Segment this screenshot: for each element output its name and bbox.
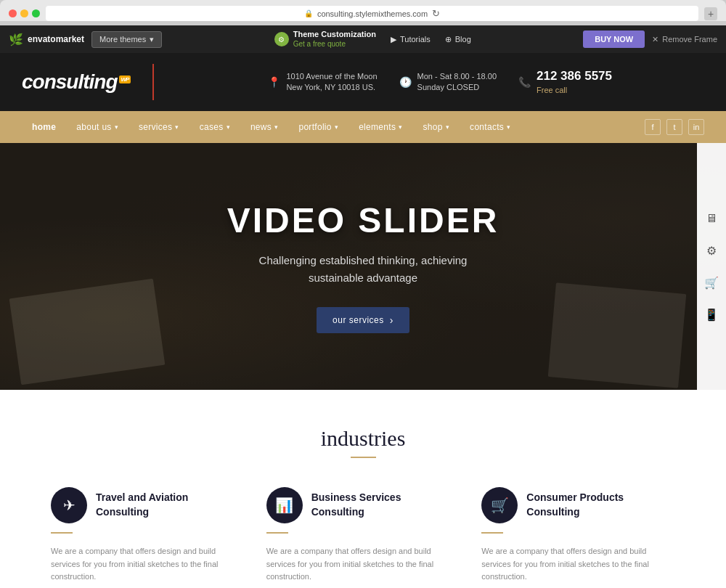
twitter-icon[interactable]: t (666, 119, 682, 135)
industry-card-consumer: 🛒 Consumer Products Consulting We are a … (481, 487, 675, 584)
url-text: consulting.stylemixthemes.com (317, 9, 428, 18)
industry-name-business: Business Services Consulting (311, 491, 401, 519)
industry-name-text: Consumer Products Consulting (526, 491, 624, 519)
remove-frame-x-icon: ✕ (652, 35, 658, 44)
hero-content: VIDEO SLIDER Challenging established thi… (227, 200, 499, 333)
address-lines: 1010 Avenue of the Moon New York, NY 100… (286, 71, 377, 94)
hours-line2: Sunday CLOSED (417, 82, 497, 93)
caret-icon: ▾ (175, 123, 179, 131)
phone-lines: 212 386 5575 Free call (537, 68, 612, 96)
caret-icon: ▾ (399, 123, 402, 131)
hero-slider: VIDEO SLIDER Challenging established thi… (0, 143, 726, 390)
right-sidebar: 🖥 ⚙ 🛒 📱 (697, 143, 726, 390)
nav-item-home[interactable]: home (22, 111, 66, 143)
phone-info: 📞 212 386 5575 Free call (518, 68, 612, 96)
nav-item-shop[interactable]: shop ▾ (413, 111, 460, 143)
industry-header: 📊 Business Services Consulting (266, 487, 401, 523)
industry-name-consumer: Consumer Products Consulting (526, 491, 624, 519)
settings-icon[interactable]: ⚙ (700, 239, 723, 262)
hero-subtitle-line1: Challenging established thinking, achiev… (259, 254, 468, 266)
industry-name-line2: Consulting (526, 506, 579, 518)
theme-cust-text: Theme Customization Get a free quote (293, 30, 376, 48)
address-line2: New York, NY 10018 US. (286, 82, 377, 93)
industry-gold-line (266, 532, 288, 534)
linkedin-icon[interactable]: in (688, 119, 704, 135)
nav-item-portfolio[interactable]: portfolio ▾ (288, 111, 348, 143)
cart-icon[interactable]: 🛒 (700, 271, 723, 294)
reload-icon[interactable]: ↻ (432, 8, 440, 19)
nav-item-contacts[interactable]: contacts ▾ (460, 111, 521, 143)
caret-icon: ▾ (274, 123, 278, 131)
theme-cust-main: Theme Customization (293, 30, 376, 39)
location-icon: 📍 (268, 76, 280, 88)
industry-card-business: 📊 Business Services Consulting We are a … (266, 487, 460, 584)
our-services-button[interactable]: our services › (317, 307, 409, 333)
monitor-icon[interactable]: 🖥 (700, 207, 723, 230)
site-logo: consultingWP (22, 70, 131, 94)
nav-item-services[interactable]: services ▾ (129, 111, 189, 143)
clock-icon: 🕐 (399, 76, 412, 88)
buy-now-button[interactable]: BUY NOW (583, 30, 645, 48)
industries-grid: ✈ Travel and Aviation Consulting We are … (51, 487, 675, 584)
site-navigation: home about us ▾ services ▾ cases ▾ news … (0, 111, 726, 143)
industry-name-line1: Business Services (311, 491, 401, 503)
tutorials-icon: ▶ (391, 35, 396, 44)
free-call-text: Free call (537, 85, 612, 96)
more-themes-button[interactable]: More themes ▾ (91, 31, 162, 48)
website-content: consultingWP 📍 1010 Avenue of the Moon N… (0, 53, 726, 588)
envato-logo: 🌿 envatomarket (9, 33, 84, 46)
industry-desc-travel: We are a company that offers design and … (51, 545, 245, 584)
browser-window: 🔒 consulting.stylemixthemes.com ↻ + (0, 0, 726, 21)
industry-desc-consumer: We are a company that offers design and … (481, 545, 675, 584)
hero-papers-right (548, 282, 687, 388)
phone-icon: 📞 (518, 76, 531, 88)
header-divider (152, 64, 154, 100)
logo-consulting-text: consulting (22, 70, 118, 93)
envato-logo-text: envatomarket (28, 34, 84, 44)
industry-header: ✈ Travel and Aviation Consulting (51, 487, 188, 523)
hero-subtitle-line2: sustainable advantage (309, 271, 417, 284)
blog-icon: ⊕ (445, 35, 452, 44)
caret-icon: ▾ (227, 123, 230, 131)
minimize-button[interactable] (20, 9, 28, 17)
theme-customization[interactable]: ⚙ Theme Customization Get a free quote (274, 30, 376, 48)
industry-name-text: Business Services Consulting (311, 491, 401, 519)
url-bar[interactable]: 🔒 consulting.stylemixthemes.com ↻ (46, 6, 698, 21)
tutorials-label: Tutorials (400, 35, 431, 44)
hours-line1: Mon - Sat 8.00 - 18.00 (417, 71, 497, 82)
blog-label: Blog (455, 35, 471, 44)
remove-frame-label: Remove Frame (662, 35, 717, 44)
envato-center-bar: ⚙ Theme Customization Get a free quote ▶… (169, 30, 576, 48)
remove-frame-button[interactable]: ✕ Remove Frame (652, 35, 717, 44)
maximize-button[interactable] (32, 9, 40, 17)
add-tab-button[interactable]: + (704, 7, 717, 20)
nav-item-cases[interactable]: cases ▾ (189, 111, 240, 143)
nav-item-news[interactable]: news ▾ (240, 111, 289, 143)
industry-name-line2: Consulting (311, 506, 364, 518)
tutorials-button[interactable]: ▶ Tutorials (391, 35, 431, 44)
social-links: f t in (645, 119, 704, 135)
hero-btn-label: our services (333, 315, 384, 325)
lock-icon: 🔒 (304, 9, 313, 17)
industries-underline (351, 457, 376, 458)
close-button[interactable] (9, 9, 17, 17)
blog-button[interactable]: ⊕ Blog (445, 35, 471, 44)
facebook-icon[interactable]: f (645, 119, 661, 135)
header-info: 📍 1010 Avenue of the Moon New York, NY 1… (176, 68, 704, 96)
industry-name-text: Travel and Aviation Consulting (96, 491, 188, 519)
industries-title: industries (22, 426, 704, 451)
nav-items: home about us ▾ services ▾ cases ▾ news … (22, 111, 645, 143)
industry-card-travel: ✈ Travel and Aviation Consulting We are … (51, 487, 245, 584)
business-icon: 📊 (266, 487, 303, 523)
envato-leaf-icon: 🌿 (9, 33, 23, 46)
caret-icon: ▾ (446, 123, 449, 131)
nav-item-about[interactable]: about us ▾ (66, 111, 129, 143)
mobile-icon[interactable]: 📱 (700, 303, 723, 326)
industry-name-line1: Travel and Aviation (96, 491, 188, 503)
nav-item-elements[interactable]: elements ▾ (348, 111, 412, 143)
travel-icon: ✈ (51, 487, 87, 523)
phone-number: 212 386 5575 (537, 68, 612, 85)
customization-icon: ⚙ (274, 32, 289, 46)
hero-title: VIDEO SLIDER (227, 200, 499, 240)
envato-toolbar: 🌿 envatomarket More themes ▾ ⚙ Theme Cus… (0, 25, 726, 53)
